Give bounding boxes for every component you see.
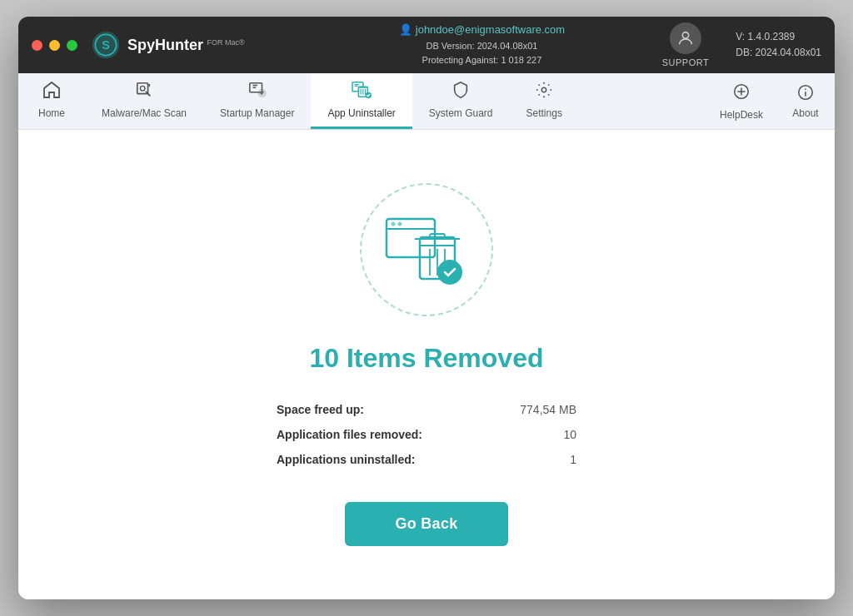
- nav-app-uninstaller[interactable]: App Uninstaller: [311, 73, 412, 129]
- space-freed-value: 774,54 MB: [520, 403, 576, 416]
- about-icon: [796, 83, 815, 104]
- svg-point-26: [805, 88, 806, 90]
- nav-bar: Home Malware/Mac Scan: [18, 73, 835, 130]
- nav-helpdesk[interactable]: HelpDesk: [706, 73, 776, 129]
- shield-icon: [451, 81, 470, 104]
- user-email: johndoe@enigmasoftware.com: [416, 22, 565, 39]
- brand-suffix: FOR Mac®: [207, 37, 244, 46]
- result-icon-container: [360, 183, 493, 316]
- version-number: V: 1.4.0.2389: [736, 29, 821, 45]
- nav-about[interactable]: About: [776, 73, 835, 129]
- apps-uninstalled-value: 1: [570, 453, 576, 466]
- nav-spacer: [579, 73, 706, 129]
- home-icon: [42, 81, 62, 104]
- apps-uninstalled-label: Applications uninstalled:: [277, 453, 415, 466]
- nav-home-label: Home: [38, 107, 65, 119]
- svg-text:S: S: [102, 38, 110, 52]
- maximize-button[interactable]: [67, 40, 77, 51]
- version-info: V: 1.4.0.2389 DB: 2024.04.08x01: [736, 29, 821, 61]
- protecting-count: Protecting Against: 1 018 227: [422, 53, 542, 68]
- svg-point-5: [140, 86, 145, 91]
- brand-name: SpyHunter: [127, 37, 203, 53]
- nav-malware-label: Malware/Mac Scan: [102, 107, 187, 119]
- result-title: 10 Items Removed: [309, 343, 543, 374]
- startup-icon: [247, 81, 267, 104]
- svg-point-3: [682, 32, 688, 38]
- stat-row-space: Space freed up: 774,54 MB: [277, 397, 576, 422]
- nav-system-guard[interactable]: System Guard: [412, 73, 510, 129]
- go-back-button[interactable]: Go Back: [345, 502, 507, 546]
- space-freed-label: Space freed up:: [277, 403, 364, 416]
- svg-point-29: [392, 222, 396, 226]
- nav-settings[interactable]: Settings: [510, 73, 579, 129]
- nav-about-label: About: [792, 107, 818, 119]
- close-button[interactable]: [32, 40, 42, 51]
- window-controls: [32, 40, 77, 51]
- helpdesk-icon: [732, 82, 751, 106]
- files-removed-label: Application files removed:: [277, 428, 422, 441]
- support-icon: [670, 22, 701, 54]
- nav-startup[interactable]: Startup Manager: [203, 73, 311, 129]
- svg-point-39: [438, 261, 461, 284]
- main-content: 10 Items Removed Space freed up: 774,54 …: [18, 130, 835, 599]
- nav-home[interactable]: Home: [18, 73, 85, 129]
- uninstaller-icon: [351, 81, 372, 104]
- db-version: DB Version: 2024.04.08x01: [426, 39, 538, 54]
- brand-logo-area: S SpyHunter FOR Mac®: [91, 30, 245, 60]
- app-window: S SpyHunter FOR Mac® 👤 johndoe@enigmasof…: [18, 17, 835, 599]
- settings-icon: [535, 81, 553, 104]
- header-user-info: 👤 johndoe@enigmasoftware.com DB Version:…: [399, 22, 565, 68]
- spyhunter-logo-icon: S: [91, 30, 121, 60]
- uninstall-complete-icon: [385, 212, 468, 287]
- support-label: SUPPORT: [662, 57, 709, 67]
- svg-point-20: [541, 87, 546, 92]
- nav-startup-label: Startup Manager: [220, 107, 294, 119]
- db-date: DB: 2024.04.08x01: [736, 45, 821, 61]
- scan-icon: [134, 81, 154, 104]
- nav-malware-scan[interactable]: Malware/Mac Scan: [85, 73, 203, 129]
- files-removed-value: 10: [563, 428, 576, 441]
- support-button[interactable]: SUPPORT: [662, 22, 709, 67]
- nav-uninstaller-label: App Uninstaller: [327, 107, 395, 119]
- nav-settings-label: Settings: [526, 107, 562, 119]
- svg-point-30: [398, 222, 402, 226]
- stat-row-files: Application files removed: 10: [277, 422, 576, 447]
- nav-guard-label: System Guard: [429, 107, 493, 119]
- stats-table: Space freed up: 774,54 MB Application fi…: [277, 397, 576, 472]
- user-icon: 👤: [399, 22, 412, 39]
- title-bar: S SpyHunter FOR Mac® 👤 johndoe@enigmasof…: [18, 17, 835, 73]
- minimize-button[interactable]: [49, 40, 60, 51]
- stat-row-apps: Applications uninstalled: 1: [277, 447, 576, 472]
- nav-helpdesk-label: HelpDesk: [720, 109, 763, 121]
